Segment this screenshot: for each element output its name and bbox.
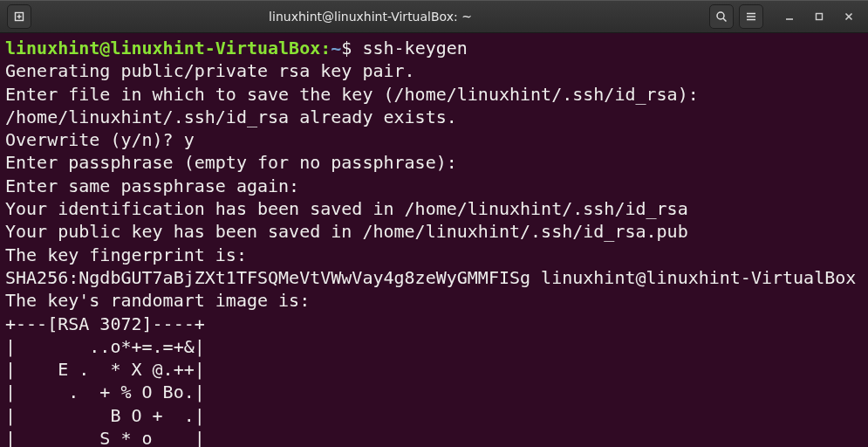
maximize-icon [814, 11, 824, 22]
output-line: Your identification has been saved in /h… [5, 198, 688, 219]
output-line: The key's randomart image is: [5, 290, 310, 311]
minimize-button[interactable] [777, 4, 802, 29]
minimize-icon [784, 11, 795, 22]
command-text: ssh-keygen [362, 38, 467, 58]
maximize-button[interactable] [807, 4, 831, 29]
output-line: | ..o*+=.=+&| [5, 336, 205, 357]
new-tab-button[interactable] [7, 4, 31, 29]
output-line: Enter file in which to save the key (/ho… [5, 84, 699, 105]
hamburger-icon [745, 10, 757, 23]
prompt-path: ~ [331, 38, 341, 58]
menu-button[interactable] [739, 4, 763, 29]
output-line: | B O + .| [5, 405, 205, 426]
close-button[interactable] [837, 4, 861, 29]
output-line: | . + % O Bo.| [5, 382, 205, 402]
window-title: linuxhint@linuxhint-VirtualBox: ~ [31, 10, 709, 24]
output-line: | S * o | [5, 428, 205, 447]
new-tab-icon [13, 10, 25, 23]
output-line: /home/linuxhint/.ssh/id_rsa already exis… [5, 107, 457, 127]
output-line: Overwrite (y/n)? y [5, 129, 195, 150]
output-line: Enter passphrase (empty for no passphras… [5, 152, 457, 173]
output-line: Your public key has been saved in /home/… [5, 221, 688, 242]
output-line: Enter same passphrase again: [5, 175, 299, 196]
titlebar: linuxhint@linuxhint-VirtualBox: ~ [0, 0, 868, 33]
output-line: | E . * X @.++| [5, 359, 205, 380]
terminal-body[interactable]: linuxhint@linuxhint-VirtualBox:~$ ssh-ke… [0, 33, 868, 447]
prompt-symbol: $ [341, 38, 352, 58]
svg-rect-9 [817, 14, 823, 20]
prompt-userhost: linuxhint@linuxhint-VirtualBox [5, 38, 320, 58]
search-button[interactable] [709, 4, 734, 29]
prompt-separator: : [320, 38, 331, 58]
output-line: Generating public/private rsa key pair. [5, 60, 415, 81]
output-line: SHA256:NgdbGUT7aBjZXt1TFSQMeVtVWwVay4g8z… [5, 267, 856, 288]
svg-line-4 [723, 18, 727, 22]
svg-point-3 [717, 12, 724, 19]
close-icon [844, 11, 854, 22]
output-line: +---[RSA 3072]----+ [5, 313, 205, 334]
output-line: The key fingerprint is: [5, 244, 247, 265]
titlebar-left [7, 4, 31, 29]
search-icon [715, 10, 728, 23]
titlebar-right [709, 4, 861, 29]
